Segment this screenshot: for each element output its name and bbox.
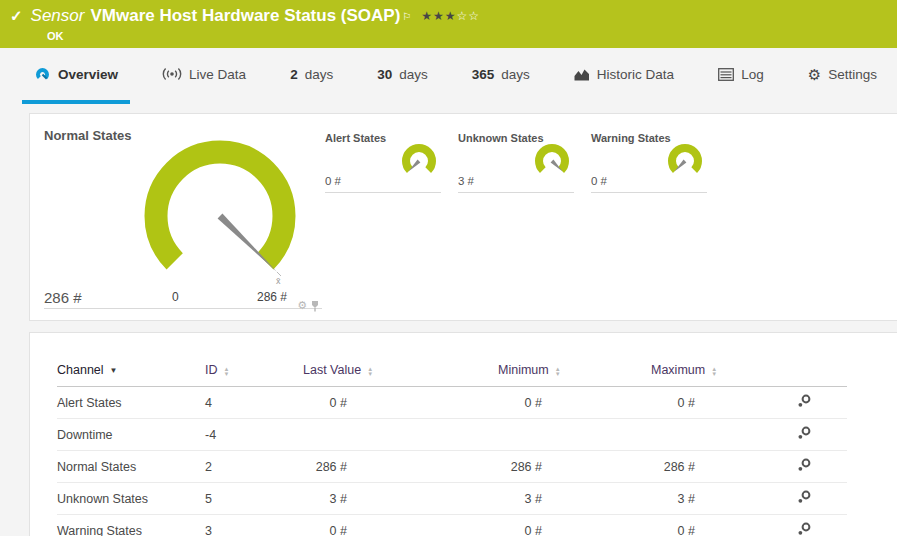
channel-id: 4	[205, 387, 303, 419]
column-header-channel[interactable]: Channel▼	[57, 363, 205, 387]
column-header-maximum[interactable]: Maximum▲▼	[651, 363, 797, 387]
gauge-value: 0 #	[325, 175, 341, 187]
sensor-title: VMware Host Hardware Status (SOAP)	[90, 6, 400, 26]
channel-name[interactable]: Normal States	[57, 451, 205, 483]
channel-settings-icon[interactable]	[797, 522, 811, 536]
gauge-chart-icon	[397, 141, 441, 181]
column-header-id[interactable]: ID▲▼	[205, 363, 303, 387]
tab-label: days	[305, 67, 334, 82]
channels-panel: Channel▼ ID▲▼ Last Value▲▼ Minimum▲▼ Max…	[29, 332, 897, 536]
channel-table: Channel▼ ID▲▼ Last Value▲▼ Minimum▲▼ Max…	[57, 363, 847, 536]
log-list-icon	[718, 68, 734, 81]
sort-icon: ▲▼	[224, 367, 230, 377]
check-icon: ✓	[10, 7, 23, 25]
channel-name[interactable]: Downtime	[57, 419, 205, 451]
tab-settings[interactable]: ⚙ Settings	[796, 48, 889, 104]
column-header-last-value[interactable]: Last Value▲▼	[303, 363, 498, 387]
object-kind-label: Sensor	[31, 6, 85, 26]
gauge-chart-icon	[530, 141, 574, 181]
last-value: 286 #	[303, 460, 347, 474]
sort-desc-icon: ▼	[110, 366, 118, 375]
sort-icon: ▲▼	[367, 367, 373, 377]
tab-historic-data[interactable]: Historic Data	[562, 48, 686, 104]
tab-label: days	[399, 67, 428, 82]
maximum-value: 0 #	[651, 396, 695, 410]
tab-365-days[interactable]: 365 days	[460, 48, 542, 104]
broadcast-icon	[162, 67, 182, 81]
table-row: Normal States 2 286 # 286 # 286 #	[57, 451, 847, 483]
sort-icon: ▲▼	[711, 367, 717, 377]
tab-label: days	[501, 67, 530, 82]
tab-label: Settings	[828, 67, 877, 82]
normal-states-gauge: Normal States x̄ 286 # 0 286 # ⚙	[44, 122, 322, 309]
gauge-title: Normal States	[44, 128, 131, 143]
tab-2-days[interactable]: 2 days	[278, 48, 345, 104]
area-chart-icon	[574, 68, 590, 81]
minimum-value: 3 #	[498, 492, 542, 506]
status-badge: OK	[47, 30, 64, 42]
channel-name[interactable]: Warning States	[57, 515, 205, 536]
tab-overview[interactable]: Overview	[22, 48, 130, 104]
last-value: 0 #	[303, 396, 347, 410]
channel-settings-icon[interactable]	[797, 490, 811, 504]
gauge-marker: x̄	[276, 276, 281, 286]
gauge-icon	[34, 66, 51, 82]
gauges-panel: Normal States x̄ 286 # 0 286 # ⚙ Alert S…	[29, 113, 897, 321]
stars-empty: ☆☆	[457, 9, 481, 23]
stars-filled: ★★★	[421, 9, 456, 23]
gauge-value: 286 #	[44, 289, 82, 306]
gauge-chart-icon: x̄	[130, 138, 310, 288]
table-header-row: Channel▼ ID▲▼ Last Value▲▼ Minimum▲▼ Max…	[57, 363, 847, 387]
tab-number: 30	[377, 67, 392, 82]
tab-bar: Overview Live Data 2 days 30 days 365 da…	[0, 48, 897, 104]
tab-30-days[interactable]: 30 days	[365, 48, 440, 104]
minimum-value: 0 #	[498, 396, 542, 410]
column-header-minimum[interactable]: Minimum▲▼	[498, 363, 651, 387]
tab-log[interactable]: Log	[706, 48, 776, 104]
channel-settings-icon[interactable]	[797, 458, 811, 472]
maximum-value: 286 #	[651, 460, 695, 474]
tab-number: 2	[290, 67, 298, 82]
gauge-value: 0 #	[591, 175, 607, 187]
table-row: Alert States 4 0 # 0 # 0 #	[57, 387, 847, 419]
channel-id: 3	[205, 515, 303, 536]
warning-states-gauge: Warning States 0 #	[591, 130, 707, 193]
gauge-settings-gear-icon[interactable]: ⚙	[297, 299, 307, 312]
channel-name[interactable]: Alert States	[57, 387, 205, 419]
sort-icon: ▲▼	[555, 367, 561, 377]
gauge-value: 3 #	[458, 175, 474, 187]
minimum-value: 0 #	[498, 524, 542, 536]
channel-settings-icon[interactable]	[797, 426, 811, 440]
channel-name[interactable]: Unknown States	[57, 483, 205, 515]
channel-id: -4	[205, 419, 303, 451]
maximum-value: 3 #	[651, 492, 695, 506]
channel-id: 2	[205, 451, 303, 483]
gauge-scale-max: 286 #	[257, 290, 287, 304]
alert-states-gauge: Alert States 0 #	[325, 130, 441, 193]
priority-stars[interactable]: ★★★☆☆	[421, 9, 480, 23]
gauge-title: Alert States	[325, 132, 386, 144]
last-value: 3 #	[303, 492, 347, 506]
tab-label: Overview	[58, 67, 118, 82]
gauge-scale-min: 0	[172, 290, 179, 304]
tab-label: Live Data	[189, 67, 246, 82]
column-header-actions	[797, 363, 847, 387]
tab-live-data[interactable]: Live Data	[150, 48, 258, 104]
pin-icon[interactable]	[310, 300, 320, 312]
minimum-value: 286 #	[498, 460, 542, 474]
maximum-value: 0 #	[651, 524, 695, 536]
table-row: Downtime -4	[57, 419, 847, 451]
table-row: Warning States 3 0 # 0 # 0 #	[57, 515, 847, 536]
tab-label: Historic Data	[597, 67, 674, 82]
table-row: Unknown States 5 3 # 3 # 3 #	[57, 483, 847, 515]
gear-icon: ⚙	[808, 67, 821, 82]
gauge-chart-icon	[663, 141, 707, 181]
last-value: 0 #	[303, 524, 347, 536]
channel-id: 5	[205, 483, 303, 515]
sensor-status-header: ✓ Sensor VMware Host Hardware Status (SO…	[0, 0, 897, 48]
unknown-states-gauge: Unknown States 3 #	[458, 130, 574, 193]
channel-settings-icon[interactable]	[797, 394, 811, 408]
gauge-title: Warning States	[591, 132, 671, 144]
flag-icon[interactable]: ⚐	[402, 11, 411, 22]
tab-label: Log	[741, 67, 764, 82]
